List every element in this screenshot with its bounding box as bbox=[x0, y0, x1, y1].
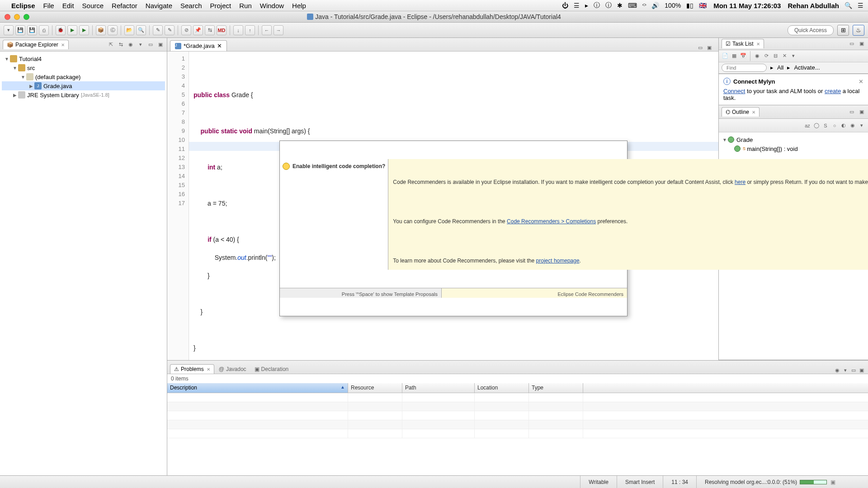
toggle-breadcrumb-button[interactable]: ✎ bbox=[165, 25, 175, 35]
maximize-icon[interactable]: ▣ bbox=[157, 41, 164, 48]
link-button[interactable]: ⇆ bbox=[205, 25, 215, 35]
status-icon[interactable]: ⓘ bbox=[605, 1, 612, 9]
create-link[interactable]: create bbox=[825, 88, 841, 94]
view-menu-icon[interactable]: ▾ bbox=[858, 122, 865, 129]
expand-arrow-icon[interactable]: ▼ bbox=[12, 66, 18, 70]
tasklist-tab[interactable]: ☑ Task List ✕ bbox=[722, 39, 764, 48]
task-find-input[interactable] bbox=[722, 64, 767, 72]
status-icon[interactable]: ▸ bbox=[585, 2, 588, 9]
maximize-icon[interactable]: ▣ bbox=[858, 366, 865, 374]
close-icon[interactable]: ✕ bbox=[61, 42, 65, 47]
menu-project[interactable]: Project bbox=[210, 2, 231, 9]
close-icon[interactable]: ✕ bbox=[756, 42, 760, 47]
menu-search[interactable]: Search bbox=[180, 2, 202, 9]
md-button[interactable]: MD bbox=[217, 25, 226, 35]
menu-edit[interactable]: Edit bbox=[62, 2, 74, 9]
menu-run[interactable]: Run bbox=[239, 2, 252, 9]
minimize-icon[interactable]: ▭ bbox=[848, 40, 855, 47]
menu-window[interactable]: Window bbox=[260, 2, 284, 9]
view-menu-icon[interactable]: ▾ bbox=[137, 41, 144, 48]
app-menu[interactable]: Eclipse bbox=[11, 2, 35, 9]
col-description[interactable]: Description▲ bbox=[167, 383, 348, 393]
close-icon[interactable]: ✕ bbox=[217, 42, 222, 49]
tree-jre-library[interactable]: ▶ JRE System Library [JavaSE-1.8] bbox=[2, 90, 165, 99]
progress-menu-icon[interactable]: ▣ bbox=[830, 479, 835, 485]
skip-breakpoints-button[interactable]: ⊘ bbox=[181, 25, 191, 35]
battery-percent[interactable]: 100% bbox=[665, 2, 681, 9]
hide-fields-icon[interactable]: ◯ bbox=[813, 122, 820, 129]
save-button[interactable]: 💾 bbox=[15, 25, 25, 35]
focus-icon[interactable]: ◉ bbox=[754, 52, 761, 60]
expand-arrow-icon[interactable]: ▼ bbox=[722, 137, 728, 142]
table-row[interactable] bbox=[167, 429, 868, 438]
expand-arrow-icon[interactable]: ▶ bbox=[12, 93, 18, 98]
tree-src[interactable]: ▼ src bbox=[2, 63, 165, 72]
schedule-icon[interactable]: 📅 bbox=[740, 52, 747, 60]
open-type-button[interactable]: 📂 bbox=[124, 25, 134, 35]
collapse-all-icon[interactable]: ⇱ bbox=[107, 41, 114, 48]
close-icon[interactable]: ✕ bbox=[859, 78, 863, 85]
collapse-icon[interactable]: ⊟ bbox=[772, 52, 779, 60]
minimize-icon[interactable]: ▭ bbox=[850, 366, 857, 374]
table-row[interactable] bbox=[167, 420, 868, 429]
focus-icon[interactable]: ◉ bbox=[849, 122, 856, 129]
toggle-mark-button[interactable]: ✎ bbox=[153, 25, 163, 35]
menu-source[interactable]: Source bbox=[82, 2, 104, 9]
prev-annotation-button[interactable]: ↑ bbox=[245, 25, 255, 35]
popup-proposal-list[interactable]: Enable intelligent code completion? bbox=[280, 159, 388, 270]
battery-icon[interactable]: ▮▯ bbox=[686, 2, 693, 9]
new-task-icon[interactable]: 📄 bbox=[722, 52, 729, 60]
java-perspective-button[interactable]: ♨ bbox=[853, 25, 864, 36]
wifi-icon[interactable]: ⌔ bbox=[642, 2, 646, 9]
minimize-icon[interactable]: ▭ bbox=[147, 41, 154, 48]
new-class-button[interactable]: Ⓒ bbox=[108, 25, 118, 35]
filter-arrow-icon[interactable]: ▸ bbox=[787, 64, 790, 71]
open-perspective-button[interactable]: ⊞ bbox=[837, 25, 849, 36]
quick-access-input[interactable]: Quick Access bbox=[788, 25, 834, 35]
sync-icon[interactable]: ⟳ bbox=[763, 52, 770, 60]
preferences-link[interactable]: Code Recommenders > Completions bbox=[507, 218, 596, 225]
close-icon[interactable]: ✕ bbox=[752, 110, 755, 115]
run-button[interactable]: ▶ bbox=[67, 25, 77, 35]
pin-button[interactable]: 📌 bbox=[193, 25, 203, 35]
code-content[interactable]: public class Grade { public static void … bbox=[189, 52, 718, 360]
filter-arrow-icon[interactable]: ▸ bbox=[770, 64, 774, 71]
sort-icon[interactable]: az bbox=[804, 122, 811, 129]
menu-navigate[interactable]: Navigate bbox=[146, 2, 172, 9]
print-button[interactable]: ⎙ bbox=[39, 25, 49, 35]
volume-icon[interactable]: 🔊 bbox=[651, 2, 659, 9]
outline-tab[interactable]: ⌬ Outline ✕ bbox=[722, 107, 760, 117]
spotlight-icon[interactable]: 🔍 bbox=[844, 2, 852, 9]
status-icon[interactable]: ⏻ bbox=[562, 2, 568, 9]
hide-local-icon[interactable]: ◐ bbox=[840, 122, 847, 129]
debug-button[interactable]: 🐞 bbox=[56, 25, 66, 35]
menu-file[interactable]: File bbox=[43, 2, 54, 9]
view-menu-icon[interactable]: ▾ bbox=[790, 52, 797, 60]
hide-nonpublic-icon[interactable]: ○ bbox=[831, 122, 838, 129]
filter-activate[interactable]: Activate... bbox=[794, 64, 820, 71]
expand-arrow-icon[interactable]: ▶ bbox=[28, 84, 34, 89]
bluetooth-icon[interactable]: ✱ bbox=[617, 2, 623, 9]
expand-arrow-icon[interactable]: ▼ bbox=[20, 75, 26, 80]
focus-task-icon[interactable]: ◉ bbox=[127, 41, 134, 48]
status-progress[interactable]: Resolving model org.ec...:0.0.0: (51%) ▣ bbox=[696, 476, 868, 488]
save-all-button[interactable]: 💾 bbox=[27, 25, 37, 35]
editor-tab-grade[interactable]: J *Grade.java ✕ bbox=[170, 40, 227, 51]
tree-project[interactable]: ▼ Tutorial4 bbox=[2, 54, 165, 63]
maximize-icon[interactable]: ▣ bbox=[706, 44, 713, 51]
maximize-icon[interactable]: ▣ bbox=[858, 108, 865, 116]
run-last-button[interactable]: ▶ bbox=[79, 25, 89, 35]
outline-class[interactable]: ▼ Grade bbox=[722, 135, 865, 144]
menu-refactor[interactable]: Refactor bbox=[112, 2, 137, 9]
search-button[interactable]: 🔍 bbox=[136, 25, 146, 35]
enable-here-link[interactable]: here bbox=[735, 179, 745, 185]
user-name[interactable]: Rehan Abdullah bbox=[788, 2, 839, 9]
hide-static-icon[interactable]: S bbox=[822, 122, 829, 129]
categorize-icon[interactable]: ▦ bbox=[731, 52, 738, 60]
new-button[interactable]: ▾ bbox=[4, 25, 14, 35]
maximize-icon[interactable]: ▣ bbox=[858, 40, 865, 47]
minimize-icon[interactable]: ▭ bbox=[697, 44, 704, 51]
hide-icon[interactable]: ✕ bbox=[781, 52, 788, 60]
keyboard-icon[interactable]: ⌨ bbox=[628, 2, 637, 9]
expand-arrow-icon[interactable]: ▼ bbox=[4, 56, 10, 61]
